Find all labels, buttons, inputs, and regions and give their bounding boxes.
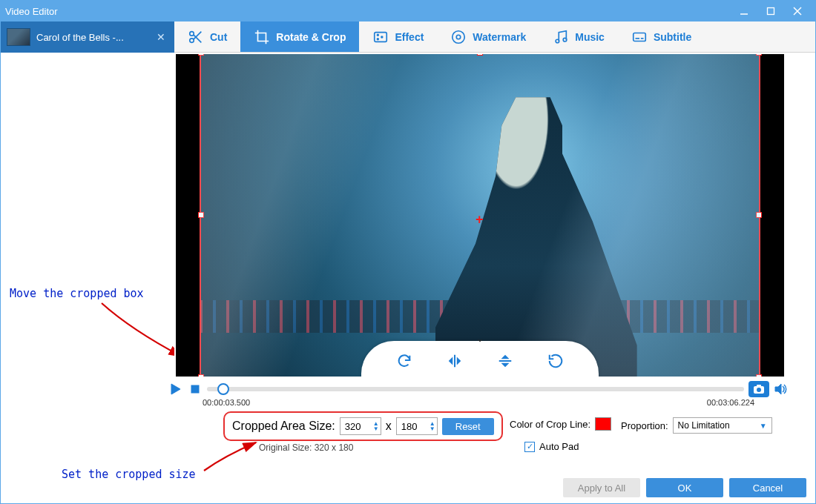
seek-thumb[interactable] bbox=[217, 383, 229, 395]
svg-point-9 bbox=[378, 34, 379, 36]
preview-area: + ⌄ 00:00:03.500 00:03:06.224 bbox=[174, 53, 786, 407]
crop-handle-tr[interactable] bbox=[756, 54, 762, 56]
video-frame: + bbox=[200, 54, 760, 377]
maximize-button[interactable] bbox=[757, 1, 784, 21]
svg-rect-1 bbox=[768, 8, 774, 15]
svg-point-12 bbox=[453, 30, 465, 43]
crop-line-color-swatch[interactable] bbox=[595, 417, 611, 431]
crop-size-group-highlight: Cropped Area Size: 320 ▲▼ x 180 ▲▼ Reset bbox=[223, 411, 503, 441]
file-thumbnail bbox=[7, 28, 30, 46]
crop-controls: Cropped Area Size: 320 ▲▼ x 180 ▲▼ Reset… bbox=[1, 407, 815, 503]
volume-button[interactable] bbox=[774, 382, 789, 397]
svg-rect-22 bbox=[191, 385, 199, 393]
svg-marker-21 bbox=[171, 384, 180, 394]
annotation-set-size: Set the cropped size bbox=[62, 468, 196, 481]
crop-handle-bl[interactable] bbox=[198, 374, 204, 376]
crop-handle-lm[interactable] bbox=[198, 212, 204, 218]
tab-music[interactable]: Music bbox=[539, 21, 618, 52]
tab-watermark[interactable]: Watermark bbox=[437, 21, 539, 52]
minimize-button[interactable] bbox=[731, 1, 757, 21]
reset-transform-button[interactable] bbox=[545, 351, 566, 371]
tab-cut[interactable]: Cut bbox=[174, 21, 240, 52]
crop-box[interactable]: + bbox=[200, 54, 760, 377]
x-separator: x bbox=[386, 420, 392, 433]
scissors-icon bbox=[188, 29, 204, 45]
width-down-icon[interactable]: ▼ bbox=[373, 426, 379, 431]
video-stage[interactable]: + ⌄ bbox=[176, 54, 784, 377]
svg-marker-26 bbox=[775, 384, 781, 394]
time-current: 00:00:03.500 bbox=[203, 398, 257, 407]
window-title: Video Editor bbox=[5, 6, 731, 17]
crop-height-input[interactable]: 180 ▲▼ bbox=[396, 417, 438, 435]
svg-point-24 bbox=[757, 388, 761, 392]
svg-rect-16 bbox=[634, 33, 646, 41]
window-titlebar: Video Editor bbox=[1, 1, 815, 21]
crop-handle-rm[interactable] bbox=[756, 212, 762, 218]
file-tab[interactable]: Carol of the Bells -... ✕ bbox=[1, 21, 174, 53]
tab-label: Music bbox=[575, 31, 605, 43]
height-down-icon[interactable]: ▼ bbox=[430, 426, 435, 431]
tab-label: Rotate & Crop bbox=[276, 31, 346, 43]
play-button[interactable] bbox=[168, 382, 183, 397]
crop-height-value: 180 bbox=[401, 421, 418, 432]
cancel-button[interactable]: Cancel bbox=[729, 478, 806, 497]
subtitle-icon bbox=[631, 29, 648, 45]
music-icon bbox=[553, 29, 569, 45]
tray-collapse-icon[interactable]: ⌄ bbox=[476, 334, 484, 344]
sidebar: Move the cropped box bbox=[1, 53, 174, 407]
ok-button[interactable]: OK bbox=[646, 478, 723, 497]
tab-label: Watermark bbox=[473, 31, 526, 43]
crop-handle-br[interactable] bbox=[756, 374, 762, 376]
annotation-arrow-icon bbox=[200, 438, 266, 475]
svg-point-11 bbox=[381, 36, 383, 38]
tab-effect[interactable]: Effect bbox=[359, 21, 437, 52]
autopad-label: Auto Pad bbox=[539, 441, 579, 452]
svg-point-10 bbox=[378, 38, 379, 39]
flip-horizontal-button[interactable] bbox=[444, 351, 465, 371]
time-duration: 00:03:06.224 bbox=[700, 398, 754, 407]
close-button[interactable] bbox=[784, 1, 811, 21]
tab-label: Cut bbox=[210, 31, 227, 43]
file-tab-close-icon[interactable]: ✕ bbox=[154, 31, 168, 43]
transform-tray: ⌄ bbox=[361, 341, 599, 377]
crop-icon bbox=[254, 29, 270, 45]
autopad-checkbox[interactable]: ✓ bbox=[524, 442, 535, 452]
tab-label: Effect bbox=[395, 31, 424, 43]
proportion-label: Proportion: bbox=[621, 420, 668, 431]
svg-point-15 bbox=[563, 38, 567, 42]
svg-rect-25 bbox=[757, 385, 761, 387]
svg-point-13 bbox=[457, 35, 461, 39]
crop-handle-tl[interactable] bbox=[198, 54, 204, 56]
stop-button[interactable] bbox=[188, 382, 203, 397]
tab-subtitle[interactable]: Subtitle bbox=[618, 21, 705, 52]
flip-vertical-button[interactable] bbox=[495, 351, 516, 371]
snapshot-button[interactable] bbox=[748, 381, 769, 397]
tab-label: Subtitle bbox=[654, 31, 691, 43]
effect-icon bbox=[372, 29, 389, 45]
crop-width-input[interactable]: 320 ▲▼ bbox=[340, 417, 381, 435]
crop-size-label: Cropped Area Size: bbox=[232, 420, 335, 433]
file-name: Carol of the Bells -... bbox=[36, 32, 148, 43]
seek-slider[interactable] bbox=[207, 387, 744, 391]
apply-to-all-button[interactable]: Apply to All bbox=[563, 478, 640, 497]
crop-center-icon: + bbox=[476, 212, 484, 228]
rotate-cw-button[interactable] bbox=[394, 351, 415, 371]
crop-width-value: 320 bbox=[345, 421, 361, 432]
svg-rect-8 bbox=[375, 32, 387, 42]
watermark-icon bbox=[450, 29, 467, 45]
proportion-dropdown[interactable]: No Limitation ▼ bbox=[673, 417, 772, 434]
svg-point-14 bbox=[556, 39, 559, 43]
crop-handle-tm[interactable] bbox=[477, 54, 483, 56]
tool-tabs: Cut Rotate & Crop Effect Watermark Music… bbox=[174, 21, 815, 53]
chevron-down-icon: ▼ bbox=[760, 422, 767, 430]
crop-line-color-label: Color of Crop Line: bbox=[510, 419, 590, 430]
tab-rotate-crop[interactable]: Rotate & Crop bbox=[240, 21, 359, 52]
reset-button[interactable]: Reset bbox=[442, 418, 494, 435]
playback-bar bbox=[168, 377, 792, 401]
original-size-label: Original Size: 320 x 180 bbox=[259, 442, 353, 453]
proportion-value: No Limitation bbox=[678, 420, 730, 431]
